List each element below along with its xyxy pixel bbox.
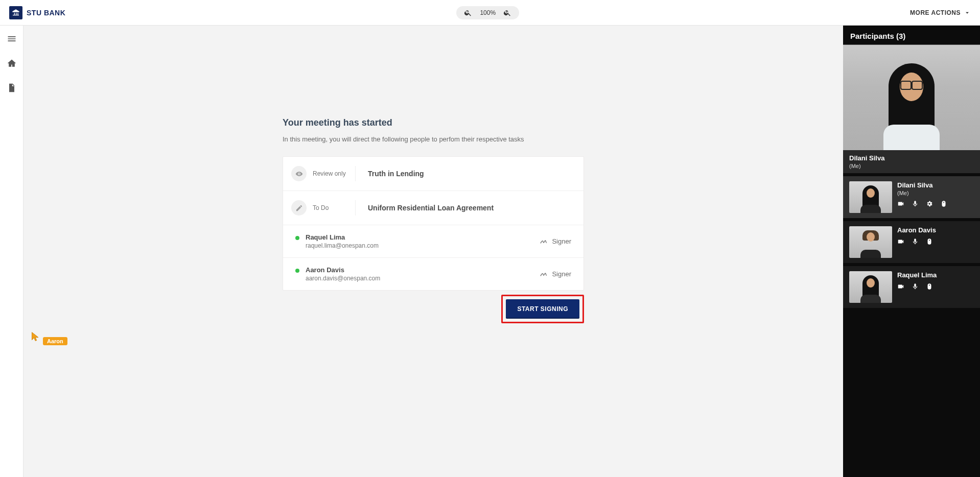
top-bar: STU BANK 100% MORE ACTIONS (0, 0, 980, 26)
signature-icon (540, 270, 548, 278)
menu-icon[interactable] (7, 34, 17, 44)
zoom-value: 100% (480, 9, 496, 16)
bank-icon (12, 9, 20, 17)
status-online-icon (295, 269, 299, 273)
participant-controls (897, 238, 974, 247)
more-actions-menu[interactable]: MORE ACTIONS (910, 9, 971, 16)
signer-name: Aaron Davis (306, 266, 380, 274)
participant-tile-primary: Dilani Silva (Me) (843, 45, 980, 173)
task-title: Truth in Lending (356, 170, 424, 178)
microphone-icon[interactable] (912, 283, 919, 292)
participants-panel: Participants (3) Dilani Silva (Me) Dilan… (843, 26, 980, 477)
participant-tile: Aaron Davis (843, 221, 980, 263)
avatar (860, 185, 881, 213)
cursor-icon (31, 331, 41, 342)
more-actions-label: MORE ACTIONS (910, 9, 961, 16)
mouse-icon[interactable] (926, 238, 933, 247)
mouse-icon[interactable] (926, 283, 933, 292)
settings-icon[interactable] (926, 200, 933, 209)
zoom-control: 100% (456, 6, 519, 19)
signer-email: aaron.davis@onespan.com (306, 275, 380, 282)
signer-role: Signer (540, 237, 571, 246)
avatar (860, 230, 881, 258)
signer-row: Aaron Davis aaron.davis@onespan.com Sign… (283, 258, 584, 290)
remote-cursor-label: Aaron (43, 337, 67, 345)
participant-label: Dilani Silva (Me) (843, 150, 980, 173)
start-signing-button[interactable]: START SIGNING (506, 299, 579, 319)
signer-role-label: Signer (552, 270, 571, 278)
avatar (883, 63, 940, 150)
document-icon[interactable] (7, 83, 17, 93)
participant-name: Raquel Lima (897, 271, 974, 279)
camera-icon[interactable] (897, 200, 904, 209)
participant-tile: Raquel Lima (843, 266, 980, 308)
camera-icon[interactable] (897, 283, 904, 292)
remote-cursor: Aaron (31, 331, 67, 345)
participant-me: (Me) (849, 163, 974, 169)
participant-controls (897, 200, 974, 209)
task-row: To Do Uniform Residential Loan Agreement (283, 191, 584, 225)
zoom-out-icon[interactable] (463, 8, 473, 17)
task-status: Review only (313, 170, 346, 177)
shell: Your meeting has started In this meeting… (0, 26, 980, 477)
avatar (860, 275, 881, 303)
participants-header: Participants (3) (843, 26, 980, 45)
signer-email: raquel.lima@onespan.com (306, 242, 379, 249)
microphone-icon[interactable] (912, 200, 919, 209)
participant-name: Aaron Davis (897, 226, 974, 234)
pencil-icon (291, 200, 307, 216)
video-thumbnail (849, 271, 892, 303)
task-status: To Do (313, 204, 329, 211)
video-thumbnail (849, 181, 892, 213)
meeting-subheading: In this meeting, you will direct the fol… (283, 135, 584, 143)
tasks-card: Review only Truth in Lending To Do Unifo… (283, 156, 584, 291)
brand: STU BANK (9, 6, 65, 19)
meeting-panel: Your meeting has started In this meeting… (283, 117, 584, 323)
task-left: Review only (291, 166, 356, 181)
mouse-icon[interactable] (940, 200, 947, 209)
status-online-icon (295, 236, 299, 240)
signer-row: Raquel Lima raquel.lima@onespan.com Sign… (283, 225, 584, 258)
callout-highlight: START SIGNING (501, 295, 584, 323)
participant-tile-self: Dilani Silva (Me) (843, 176, 980, 218)
main-area: Your meeting has started In this meeting… (24, 26, 843, 477)
brand-logo (9, 6, 22, 19)
participant-name: Dilani Silva (897, 181, 974, 189)
camera-icon[interactable] (897, 238, 904, 247)
video-thumbnail (849, 226, 892, 258)
action-area: START SIGNING (283, 295, 584, 323)
microphone-icon[interactable] (912, 238, 919, 247)
participant-controls (897, 283, 974, 292)
zoom-in-icon[interactable] (503, 8, 512, 17)
left-rail (0, 26, 24, 477)
video-feed (843, 45, 980, 150)
eye-icon (291, 166, 307, 181)
participant-name: Dilani Silva (849, 154, 974, 162)
participant-me: (Me) (897, 190, 974, 196)
task-row: Review only Truth in Lending (283, 157, 584, 191)
chevron-down-icon (964, 9, 971, 16)
task-left: To Do (291, 200, 356, 216)
task-title: Uniform Residential Loan Agreement (356, 204, 494, 212)
signer-name: Raquel Lima (306, 233, 379, 241)
brand-title: STU BANK (27, 9, 65, 17)
signer-role: Signer (540, 270, 571, 278)
home-icon[interactable] (7, 58, 17, 68)
signature-icon (540, 237, 548, 246)
signer-role-label: Signer (552, 237, 571, 245)
meeting-heading: Your meeting has started (283, 117, 584, 128)
